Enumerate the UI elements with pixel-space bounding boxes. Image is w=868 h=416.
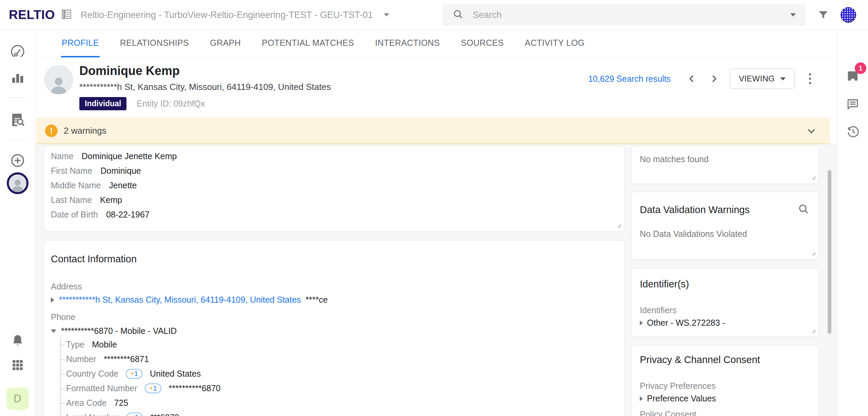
address-row[interactable]: ***********h St, Kansas City, Missouri, … [51,295,624,305]
warnings-banner[interactable]: ! 2 warnings [36,118,830,144]
attribute-label: Last Name [51,195,92,205]
preference-values[interactable]: Preference Values [647,394,716,403]
tab-activity-log[interactable]: ACTIVITY LOG [524,30,586,57]
tab-relationships[interactable]: RELATIONSHIPS [119,30,190,57]
additional-values-pill[interactable]: +1 [126,369,142,379]
entity-tabs: PROFILE RELATIONSHIPS GRAPH POTENTIAL MA… [35,30,837,58]
phone-field-row: Area Code 725 [61,396,624,410]
global-search[interactable] [443,4,805,25]
identifier-value[interactable]: Other - WS.272283 - [647,318,725,328]
sidebar-item-dashboard[interactable] [9,43,26,61]
attribute-value[interactable]: Dominique Jenette Kemp [82,151,177,161]
user-avatar[interactable] [841,7,856,23]
policy-consent-label: Policy Consent [640,410,818,416]
field-value[interactable]: 725 [114,398,129,408]
resize-handle[interactable] [615,222,622,230]
field-value[interactable]: Mobile [92,340,117,349]
grid-apps-icon [10,358,25,374]
sidebar-item-notifications[interactable] [10,333,25,350]
workspace-selector[interactable]: Reltio-Engineering - TurboView-Reltio-En… [60,0,389,30]
sidebar-item-app-grid[interactable] [10,358,25,374]
entity-address: ***********h St, Kansas City, Missouri, … [79,82,331,92]
attribute-value[interactable]: 08-22-1967 [106,210,150,220]
tab-interactions[interactable]: INTERACTIONS [374,30,440,57]
attribute-row: Middle Name Jenette [51,178,624,193]
additional-values-pill[interactable]: +1 [145,383,161,393]
filter-button[interactable] [816,8,831,23]
collapse-caret-icon[interactable] [51,329,56,333]
tab-potential-matches[interactable]: POTENTIAL MATCHES [261,30,355,57]
viewing-mode-label: VIEWING [739,74,775,83]
no-validations-text: No Data Validations Violated [640,229,818,239]
entity-summary: Dominique Kemp ***********h St, Kansas C… [79,64,331,110]
chevron-down-icon [780,77,786,80]
warnings-count-label: 2 warnings [64,126,106,136]
field-value[interactable]: ********6871 [104,354,149,364]
expand-caret-icon[interactable] [640,396,643,401]
sidebar-item-audit-search[interactable] [9,111,26,130]
identifiers-group-label: Identifiers [640,305,818,315]
attribute-label: Middle Name [51,181,101,190]
attribute-row: Date of Birth 08-22-1967 [51,207,624,222]
top-bar: RELTIO Reltio-Engineering - TurboView-Re… [0,0,868,30]
phone-group-label: Phone [51,312,624,322]
previous-record-button[interactable] [684,71,699,86]
profile-header: Dominique Kemp ***********h St, Kansas C… [35,58,837,118]
no-matches-text: No matches found [640,154,818,164]
resize-handle[interactable] [810,250,816,258]
tab-sources[interactable]: SOURCES [460,30,504,57]
field-label: Number [66,354,96,364]
resize-handle[interactable] [810,174,816,182]
attribute-label: Name [51,151,74,161]
phone-summary-row[interactable]: **********6870 - Mobile - VALID [51,326,624,336]
sidebar-item-create[interactable] [9,152,26,170]
search-icon [452,8,464,21]
vertical-scrollbar[interactable] [828,170,831,334]
identifier-row[interactable]: Other - WS.272283 - [640,318,818,328]
rightbar-item-comments[interactable] [845,97,860,113]
search-scope-chevron-icon[interactable] [790,13,796,17]
field-label: Country Code [66,369,118,379]
user-initial-badge: D [6,387,29,410]
card-title: Identifier(s) [640,279,818,290]
attribute-value[interactable]: Dominique [100,166,141,176]
attribute-row: Name Dominique Jenette Kemp [51,149,624,164]
contact-information-card: Contact Information Address ***********h… [44,240,625,416]
attribute-value[interactable]: Jenette [109,181,137,190]
next-record-button[interactable] [707,71,722,86]
phone-field-row: Type Mobile [61,337,624,352]
search-icon[interactable] [797,203,810,216]
tab-profile[interactable]: PROFILE [61,30,100,57]
card-title: Privacy & Channel Consent [640,354,818,365]
expand-caret-icon[interactable] [640,321,643,325]
sidebar-item-current-profile[interactable] [7,172,28,194]
field-value[interactable]: United States [150,369,201,379]
more-actions-button[interactable] [805,71,815,87]
phone-summary: **********6870 - Mobile - VALID [61,326,177,336]
phone-field-row: Formatted Number +1 **********6870 [61,381,624,396]
attributes-card: Name Dominique Jenette Kemp First Name D… [44,146,625,232]
field-value[interactable]: ***6870 [150,413,179,416]
plus-circle-icon [9,152,26,170]
workspace-label: Reltio-Engineering - TurboView-Reltio-En… [81,10,373,20]
tab-graph[interactable]: GRAPH [209,30,241,57]
search-input[interactable] [473,10,782,20]
dashboard-gauge-icon [9,43,26,61]
search-results-link[interactable]: 10,629 Search results [588,74,671,84]
preference-values-row[interactable]: Preference Values [640,394,818,403]
sidebar-item-user-initial[interactable]: D [6,387,29,410]
address-suffix: ****ce [305,295,328,305]
expand-caret-icon[interactable] [51,297,54,303]
expand-warnings-chevron-icon[interactable] [806,125,817,138]
attribute-value[interactable]: Kemp [100,195,122,205]
field-value[interactable]: **********6870 [169,383,221,393]
field-label: Area Code [66,398,107,408]
left-sidebar: D [0,30,35,416]
sidebar-item-analytics[interactable] [9,69,26,87]
viewing-mode-button[interactable]: VIEWING [730,69,795,89]
address-link[interactable]: ***********h St, Kansas City, Missouri, … [59,295,301,305]
resize-handle[interactable] [810,327,816,335]
filter-funnel-icon [817,8,830,23]
rightbar-item-history[interactable] [845,124,860,140]
additional-values-pill[interactable]: +1 [126,413,143,416]
